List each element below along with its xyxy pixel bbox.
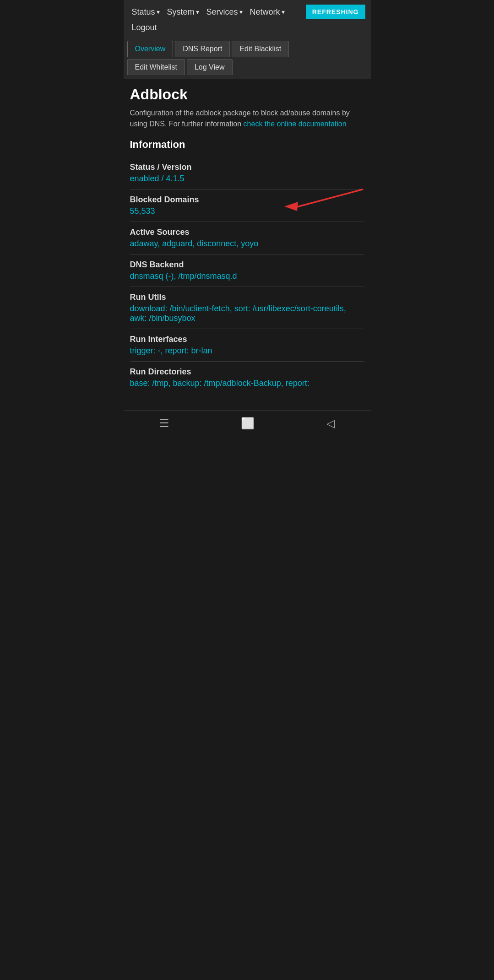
- tab-log-view[interactable]: Log View: [187, 59, 233, 75]
- info-row-run-utils: Run Utils download: /bin/uclient-fetch, …: [130, 287, 364, 329]
- info-row-blocked-domains: Blocked Domains 55,533: [130, 190, 364, 222]
- info-value-dns-backend: dnsmasq (-), /tmp/dnsmasq.d: [130, 271, 364, 281]
- chevron-down-icon: ▾: [196, 8, 199, 16]
- nav-network-label: Network: [250, 7, 280, 17]
- nav-status-label: Status: [132, 7, 155, 17]
- info-row-run-interfaces: Run Interfaces trigger: -, report: br-la…: [130, 329, 364, 362]
- documentation-link[interactable]: check the online documentation: [244, 120, 347, 128]
- info-value-run-interfaces: trigger: -, report: br-lan: [130, 346, 364, 356]
- logout-link[interactable]: Logout: [129, 21, 160, 34]
- info-row-run-directories: Run Directories base: /tmp, backup: /tmp…: [130, 362, 364, 394]
- refreshing-button[interactable]: REFRESHING: [306, 5, 365, 19]
- info-value-blocked-domains: 55,533: [130, 206, 155, 216]
- nav-system[interactable]: System ▾: [164, 5, 202, 19]
- tab-overview[interactable]: Overview: [127, 41, 174, 57]
- bottom-nav-bar: ☰ ⬜ ◁: [124, 410, 371, 434]
- info-row-active-sources: Active Sources adaway, adguard, disconne…: [130, 222, 364, 254]
- tab-bar-row2: Edit Whitelist Log View: [124, 57, 371, 79]
- info-value-active-sources: adaway, adguard, disconnect, yoyo: [130, 239, 364, 249]
- info-label-run-directories: Run Directories: [130, 367, 364, 377]
- info-value-status-version: enabled / 4.1.5: [130, 174, 364, 184]
- nav-bar: Status ▾ System ▾ Services ▾ Network ▾ R…: [124, 0, 371, 37]
- tab-dns-report[interactable]: DNS Report: [175, 41, 230, 57]
- nav-services-label: Services: [206, 7, 238, 17]
- info-label-dns-backend: DNS Backend: [130, 260, 364, 270]
- info-value-run-directories: base: /tmp, backup: /tmp/adblock-Backup,…: [130, 379, 364, 388]
- page-description: Configuration of the adblock package to …: [130, 108, 364, 130]
- nav-status[interactable]: Status ▾: [129, 5, 163, 19]
- tab-edit-blacklist[interactable]: Edit Blacklist: [232, 41, 289, 57]
- info-label-blocked-domains: Blocked Domains: [130, 195, 364, 205]
- info-label-run-interfaces: Run Interfaces: [130, 335, 364, 344]
- chevron-down-icon: ▾: [157, 8, 160, 16]
- nav-system-label: System: [167, 7, 195, 17]
- info-label-run-utils: Run Utils: [130, 292, 364, 302]
- info-label-status-version: Status / Version: [130, 162, 364, 172]
- tab-bar-row1: Overview DNS Report Edit Blacklist: [124, 37, 371, 57]
- info-value-run-utils: download: /bin/uclient-fetch, sort: /usr…: [130, 304, 364, 323]
- main-content: Adblock Configuration of the adblock pac…: [124, 79, 371, 401]
- nav-network[interactable]: Network ▾: [247, 5, 288, 19]
- info-label-active-sources: Active Sources: [130, 227, 364, 237]
- chevron-down-icon: ▾: [239, 8, 243, 16]
- information-section-title: Information: [130, 139, 364, 151]
- nav-services[interactable]: Services ▾: [204, 5, 245, 19]
- info-row-status-version: Status / Version enabled / 4.1.5: [130, 157, 364, 190]
- info-row-dns-backend: DNS Backend dnsmasq (-), /tmp/dnsmasq.d: [130, 254, 364, 287]
- tab-edit-whitelist[interactable]: Edit Whitelist: [127, 59, 185, 75]
- hamburger-menu-icon[interactable]: ☰: [159, 417, 169, 430]
- page-title: Adblock: [130, 86, 364, 103]
- chevron-down-icon: ▾: [282, 8, 285, 16]
- back-icon[interactable]: ◁: [326, 417, 335, 430]
- home-square-icon[interactable]: ⬜: [241, 417, 255, 430]
